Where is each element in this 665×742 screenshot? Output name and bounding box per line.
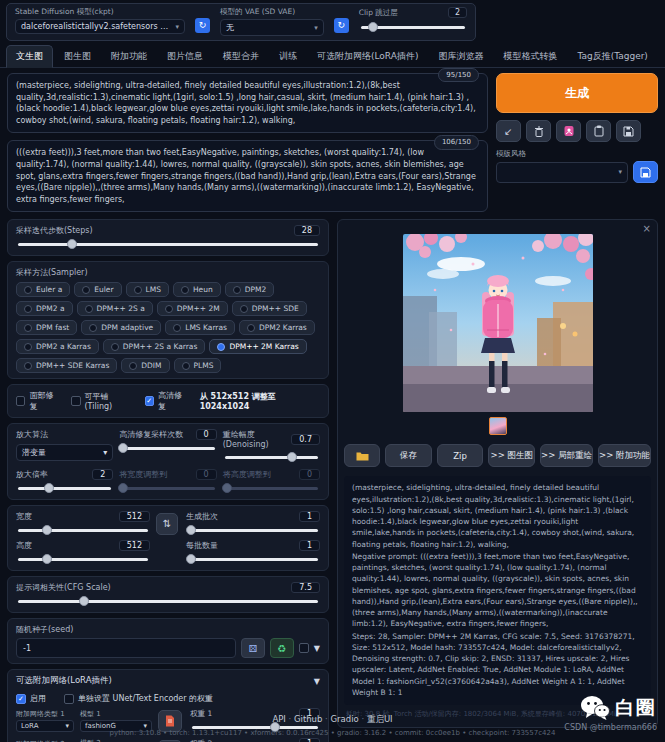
refresh-vae-button[interactable]: ↻	[334, 18, 349, 33]
hires-steps-slider[interactable]	[121, 447, 214, 450]
sampler-option[interactable]: DPM++ 2S a	[77, 301, 153, 316]
tab-img2img[interactable]: 图生图	[55, 46, 100, 67]
sampler-option[interactable]: DPM++ 2S a Karras	[103, 339, 206, 354]
sampler-option[interactable]: DPM++ SDE	[232, 301, 307, 316]
tab-checkpoint-merger[interactable]: 模型合并	[214, 46, 268, 67]
sampler-option[interactable]: LMS Karras	[165, 320, 235, 335]
seed-accordion-icon[interactable]: ▼	[314, 644, 320, 653]
clip-skip-value[interactable]: 2	[448, 7, 467, 18]
prompt-input[interactable]: 95/150 (masterpiece, sidelighting, ultra…	[7, 73, 488, 133]
lora-enable-checkbox[interactable]: ✓启用	[16, 693, 46, 704]
denoising-slider[interactable]	[225, 456, 318, 459]
upscale-by-value[interactable]: 2	[92, 469, 113, 480]
styles-select[interactable]: ▾	[496, 162, 628, 183]
prompt-text: (masterpiece, sidelighting, ultra-detail…	[16, 81, 476, 125]
reuse-seed-button[interactable]: ♻	[270, 638, 294, 658]
restore-faces-checkbox[interactable]: 面部修复	[16, 390, 59, 412]
sampler-option[interactable]: Euler a	[16, 282, 70, 297]
steps-slider[interactable]	[18, 243, 318, 246]
generated-image[interactable]	[344, 226, 651, 414]
sampler-option[interactable]: DPM++ SDE Karras	[16, 358, 117, 373]
swap-dimensions-button[interactable]: ⇅	[156, 513, 178, 535]
upscale-by-slider[interactable]	[18, 487, 111, 490]
sampler-option[interactable]: PLMS	[174, 358, 222, 373]
clear-prompt-button[interactable]	[526, 120, 551, 142]
width-value[interactable]: 512	[119, 511, 150, 522]
watermark: 白圈 CSDN @timberman666	[564, 695, 657, 732]
resize-height-value[interactable]: 0	[299, 469, 320, 480]
reload-ui-link[interactable]: 重启UI	[359, 714, 393, 724]
sampler-option[interactable]: LMS	[126, 282, 169, 297]
lora-separate-weights-checkbox[interactable]: 单独设置 UNet/Text Encoder 的权重	[64, 693, 213, 704]
github-link[interactable]: Github	[286, 714, 323, 724]
height-slider[interactable]	[18, 558, 148, 561]
restore-prompt-button[interactable]: ↙	[496, 120, 521, 142]
sampler-option[interactable]: Euler	[74, 282, 121, 297]
seed-extra-checkbox[interactable]	[299, 643, 309, 653]
radio-icon	[89, 324, 97, 332]
tab-txt2img[interactable]: 文生图	[6, 45, 53, 68]
extra-networks-button[interactable]	[556, 120, 581, 142]
zip-button[interactable]: Zip	[437, 444, 484, 467]
sampler-option[interactable]: DPM2 Karras	[239, 320, 315, 335]
sampler-option[interactable]: DPM2 a	[16, 301, 73, 316]
refresh-checkpoint-button[interactable]: ↻	[195, 18, 210, 33]
seed-input[interactable]: -1	[16, 638, 236, 658]
gradio-link[interactable]: Gradio	[322, 714, 358, 724]
save-button[interactable]: 保存	[385, 444, 432, 467]
tab-additional-networks[interactable]: 可选附加网络(LoRA插件)	[308, 46, 427, 67]
checkbox-checked-icon: ✓	[16, 694, 26, 704]
generate-button[interactable]: 生成	[496, 73, 658, 113]
checkpoint-select[interactable]: dalceforealistictallyv2.safetensors [733…	[15, 19, 185, 34]
sampler-option[interactable]: DPM fast	[16, 320, 77, 335]
sampler-option[interactable]: DPM2	[225, 282, 275, 297]
sampler-option-selected[interactable]: DPM++ 2M Karras	[209, 339, 306, 354]
sampler-option[interactable]: DPM2 a Karras	[16, 339, 99, 354]
steps-value[interactable]: 28	[294, 225, 320, 236]
hires-fix-checkbox[interactable]: ✓高清修复	[145, 390, 188, 412]
tab-png-info[interactable]: 图片信息	[158, 46, 212, 67]
apply-style-button[interactable]	[633, 161, 658, 183]
sampler-option[interactable]: DDIM	[121, 358, 169, 373]
send-to-extras-button[interactable]: >> 附加功能	[598, 444, 651, 467]
api-link[interactable]: API	[272, 714, 285, 724]
negative-prompt-input[interactable]: 106/150 (((extra feet))),3 feet,more tha…	[7, 140, 488, 212]
cfg-slider[interactable]	[18, 600, 318, 603]
tab-extras[interactable]: 附加功能	[102, 46, 156, 67]
send-to-inpaint-button[interactable]: >> 局部重绘	[540, 444, 593, 467]
lora-accordion-header[interactable]: 可选附加网络(LoRA插件) ▼	[16, 675, 320, 687]
paste-generation-info-button[interactable]	[586, 120, 611, 142]
tab-train[interactable]: 训练	[270, 46, 306, 67]
tab-image-browser[interactable]: 图库浏览器	[429, 46, 492, 67]
batch-size-slider[interactable]	[188, 558, 318, 561]
open-folder-button[interactable]	[344, 444, 380, 467]
tab-settings[interactable]: 设置	[659, 46, 665, 67]
tiling-checkbox[interactable]: 可平铺(Tiling)	[71, 391, 133, 411]
sampler-option[interactable]: DPM++ 2M	[157, 301, 228, 316]
close-icon[interactable]: ×	[643, 223, 651, 234]
sampler-option[interactable]: DPM adaptive	[81, 320, 161, 335]
vae-select[interactable]: 无 ▾	[220, 19, 324, 36]
batch-count-slider[interactable]	[188, 529, 318, 532]
tab-model-converter[interactable]: 模型格式转换	[494, 46, 566, 67]
sampler-option[interactable]: Heun	[173, 282, 221, 297]
clip-skip-slider[interactable]	[361, 26, 465, 29]
resize-height-slider[interactable]	[225, 487, 318, 490]
batch-size-value[interactable]: 1	[299, 540, 320, 551]
quick-settings: Stable Diffusion 模型(ckpt) dalceforealist…	[6, 3, 476, 41]
save-style-button[interactable]	[616, 120, 641, 142]
denoising-value[interactable]: 0.7	[291, 434, 320, 445]
resize-width-value[interactable]: 0	[196, 469, 217, 480]
send-to-img2img-button[interactable]: >> 图生图	[488, 444, 535, 467]
height-value[interactable]: 512	[119, 540, 150, 551]
cfg-value[interactable]: 7.5	[291, 582, 320, 593]
upscaler-select[interactable]: 潜变量▾	[16, 444, 113, 461]
tab-tagger[interactable]: Tag反推(Tagger)	[568, 46, 656, 67]
batch-count-value[interactable]: 1	[299, 511, 320, 522]
image-thumbnail[interactable]	[489, 417, 507, 435]
resize-width-slider[interactable]	[121, 487, 214, 490]
hires-steps-value[interactable]: 0	[196, 429, 217, 440]
width-cell: 宽度512	[16, 511, 150, 536]
width-slider[interactable]	[18, 529, 148, 532]
random-seed-button[interactable]: ⚄	[241, 638, 265, 658]
